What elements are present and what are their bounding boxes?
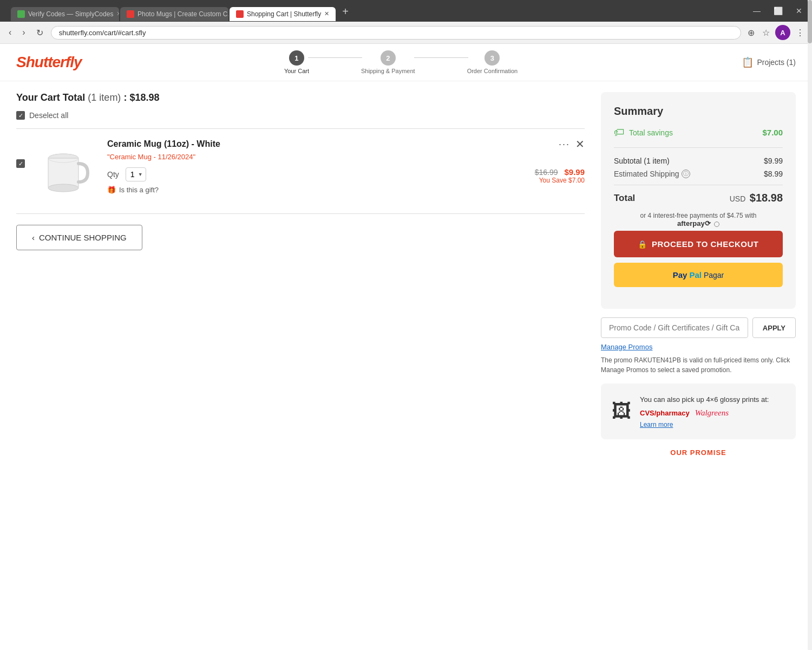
scrollbar[interactable] bbox=[808, 0, 812, 650]
original-price: $16.99 bbox=[535, 168, 558, 177]
promise-section: OUR PROMISE bbox=[601, 439, 796, 465]
browser-nav: ‹ › ↻ shutterfly.com/cart/#cart.sfly ⊕ ☆… bbox=[0, 22, 812, 44]
price-section: $16.99 $9.99 You Save $7.00 bbox=[535, 167, 585, 184]
user-avatar[interactable]: A bbox=[775, 25, 790, 40]
bookmark-icon[interactable]: ☆ bbox=[760, 25, 772, 40]
paypal-button[interactable]: PayPal Pagar bbox=[614, 263, 783, 287]
total-row: Total USD $18.98 bbox=[614, 185, 783, 204]
back-button[interactable]: ‹ bbox=[5, 25, 15, 40]
summary-box: Summary 🏷 Total savings $7.00 Subtotal (… bbox=[601, 92, 796, 309]
item-more-button[interactable]: ··· bbox=[559, 139, 570, 150]
cart-total-amount: $18.98 bbox=[129, 92, 159, 103]
cart-title: Your Cart Total (1 item) : $18.98 bbox=[16, 92, 585, 103]
paypal-pagar-label: Pagar bbox=[704, 271, 724, 280]
apply-promo-button[interactable]: APPLY bbox=[752, 317, 796, 338]
paypal-text-blue: Pay bbox=[673, 270, 687, 280]
window-controls: — ⬜ ✕ bbox=[749, 5, 807, 16]
step-3-label: Order Confirmation bbox=[467, 68, 518, 74]
gift-label: Is this a gift? bbox=[119, 186, 159, 194]
item-details: Ceramic Mug (11oz) - White ··· ✕ "Cerami… bbox=[107, 138, 585, 194]
afterpay-info-icon[interactable] bbox=[714, 222, 719, 227]
projects-label: Projects (1) bbox=[757, 58, 796, 67]
total-label: Total bbox=[614, 193, 635, 204]
summary-panel: Summary 🏷 Total savings $7.00 Subtotal (… bbox=[601, 92, 796, 465]
step-2-label: Shipping & Payment bbox=[361, 68, 415, 74]
tab-label-3: Shopping Cart | Shutterfly bbox=[247, 10, 321, 18]
menu-icon[interactable]: ⋮ bbox=[794, 25, 807, 40]
subtotal-label: Subtotal (1 item) bbox=[614, 157, 670, 165]
pickup-brands: CVS/pharmacy Walgreens bbox=[640, 408, 769, 418]
item-remove-button[interactable]: ✕ bbox=[575, 138, 585, 151]
cart-item-count: (1 item) bbox=[88, 92, 121, 103]
pickup-text: You can also pick up 4×6 glossy prints a… bbox=[640, 394, 769, 405]
maximize-button[interactable]: ⬜ bbox=[769, 5, 787, 16]
continue-arrow-icon: ‹ bbox=[32, 233, 35, 242]
site-logo[interactable]: Shutterfly bbox=[16, 54, 82, 71]
tab-close-1[interactable]: ✕ bbox=[116, 10, 119, 17]
step-connector-1 bbox=[308, 57, 362, 58]
tab-label-1: Verify Codes — SimplyCodes bbox=[28, 10, 113, 18]
browser-tab-2[interactable]: Photo Mugs | Create Custom C... ✕ bbox=[120, 7, 228, 21]
item-actions: ··· ✕ bbox=[559, 138, 585, 151]
add-tab-button[interactable]: + bbox=[337, 5, 354, 18]
gift-row[interactable]: 🎁 Is this a gift? bbox=[107, 186, 159, 194]
tab-close-3[interactable]: ✕ bbox=[324, 10, 329, 17]
tab-favicon-1 bbox=[17, 10, 25, 18]
checkout-steps: 1 Your Cart 2 Shipping & Payment 3 Or bbox=[284, 50, 518, 74]
svg-point-2 bbox=[48, 184, 78, 192]
browser-tab-3[interactable]: Shopping Cart | Shutterfly ✕ bbox=[230, 7, 336, 21]
gift-icon: 🎁 bbox=[107, 186, 116, 194]
step-3-circle: 3 bbox=[484, 50, 500, 66]
promo-input[interactable] bbox=[601, 317, 748, 338]
address-text: shutterfly.com/cart/#cart.sfly bbox=[59, 29, 146, 37]
step-connector-2 bbox=[414, 57, 468, 58]
qty-select[interactable]: 1 2 3 bbox=[126, 167, 146, 181]
cart-divider bbox=[16, 128, 585, 129]
shipping-amount: $8.99 bbox=[764, 170, 783, 178]
item-date: "Ceramic Mug - 11/26/2024" bbox=[107, 153, 585, 161]
item-name: Ceramic Mug (11oz) - White bbox=[107, 139, 220, 149]
item-checkbox[interactable]: ✓ bbox=[16, 159, 25, 168]
continue-shopping-button[interactable]: ‹ CONTINUE SHOPPING bbox=[16, 225, 142, 250]
pickup-info: You can also pick up 4×6 glossy prints a… bbox=[640, 394, 769, 428]
subtotal-amount: $9.99 bbox=[764, 157, 783, 165]
total-value: $18.98 bbox=[750, 192, 783, 204]
total-currency: USD bbox=[730, 194, 746, 203]
shipping-info-icon[interactable]: ⓘ bbox=[682, 170, 690, 178]
item-image[interactable] bbox=[34, 138, 99, 203]
qty-wrapper: 1 2 3 bbox=[126, 167, 146, 181]
our-promise-link[interactable]: OUR PROMISE bbox=[670, 448, 726, 457]
tab-label-2: Photo Mugs | Create Custom C... bbox=[137, 10, 228, 18]
close-window-button[interactable]: ✕ bbox=[791, 5, 807, 16]
lock-icon: 🔒 bbox=[638, 240, 647, 249]
learn-more-link[interactable]: Learn more bbox=[640, 421, 673, 428]
shipping-label: Estimated Shipping ⓘ bbox=[614, 170, 690, 178]
address-bar[interactable]: shutterfly.com/cart/#cart.sfly bbox=[51, 26, 741, 40]
continue-shopping-label: CONTINUE SHOPPING bbox=[39, 233, 127, 242]
checkout-button[interactable]: 🔒 PROCEED TO CHECKOUT bbox=[614, 231, 783, 257]
step-3: 3 Order Confirmation bbox=[467, 50, 518, 74]
qty-label: Qty bbox=[107, 170, 119, 179]
browser-tab-1[interactable]: Verify Codes — SimplyCodes ✕ bbox=[11, 7, 119, 21]
savings-icon: 🏷 bbox=[614, 126, 625, 139]
projects-link[interactable]: 📋 Projects (1) bbox=[742, 56, 796, 68]
promo-input-row: APPLY bbox=[601, 317, 796, 338]
reload-button[interactable]: ↻ bbox=[33, 25, 47, 40]
savings-row: 🏷 Total savings $7.00 bbox=[614, 126, 783, 148]
manage-promos-link[interactable]: Manage Promos bbox=[601, 343, 652, 351]
step-1-label: Your Cart bbox=[284, 68, 309, 74]
total-amount: USD $18.98 bbox=[730, 192, 783, 204]
qty-row: Qty 1 2 3 bbox=[107, 167, 159, 181]
deselect-label: Deselect all bbox=[29, 111, 68, 120]
subtotal-row: Subtotal (1 item) $9.99 bbox=[614, 157, 783, 165]
scrollbar-thumb[interactable] bbox=[808, 0, 812, 43]
site-header: Shutterfly 1 Your Cart 2 Shipping & Paym… bbox=[0, 44, 812, 81]
deselect-row[interactable]: ✓ Deselect all bbox=[16, 111, 585, 120]
step-2-circle: 2 bbox=[381, 50, 396, 66]
mug-svg bbox=[39, 143, 93, 197]
select-all-checkbox[interactable]: ✓ bbox=[16, 111, 25, 120]
translate-icon[interactable]: ⊕ bbox=[745, 25, 757, 40]
minimize-button[interactable]: — bbox=[749, 5, 765, 16]
forward-button[interactable]: › bbox=[19, 25, 28, 40]
checkout-label: PROCEED TO CHECKOUT bbox=[652, 239, 759, 249]
